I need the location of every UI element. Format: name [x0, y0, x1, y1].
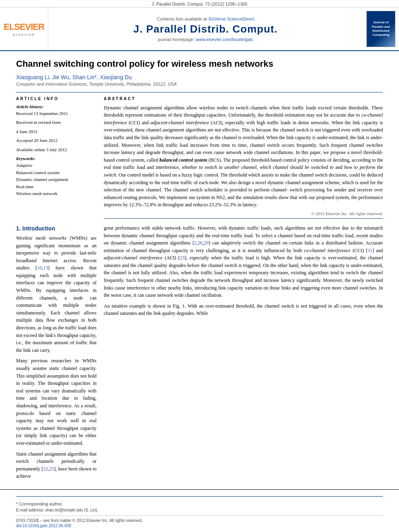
section1-para2: Many previous researches in WMNs usually… — [16, 357, 97, 447]
abstract-text: Dynamic channel assignment algorithms al… — [104, 104, 383, 209]
received2: Received in revised form — [16, 119, 97, 126]
corresponding-author-note: * Corresponding author. — [16, 501, 63, 506]
keyword-realtime: Real-time — [16, 183, 97, 191]
elsevier-sub: ELSEVIER — [13, 33, 35, 37]
section1-title: 1. Introduction — [16, 225, 97, 232]
ref-22[interactable]: 22 — [43, 466, 48, 472]
affiliation: Computer and Information Sciences, Templ… — [16, 82, 383, 86]
ref-31[interactable]: 31 — [368, 248, 372, 253]
journal-homepage: journal homepage: www.elsevier.com/locat… — [158, 37, 253, 42]
keyword-balanced: Balanced control system — [16, 169, 97, 177]
abstract-header: ABSTRACT — [104, 97, 383, 101]
article-info-col: ARTICLE INFO Article history: Received 1… — [16, 97, 97, 219]
doi-link[interactable]: doi:10.1016/j.jpdc.2012.06.008 — [16, 524, 71, 528]
journal-homepage-link[interactable]: www.elsevier.com/locate/jpdc — [196, 37, 253, 42]
keyword-wmn: Wireless mesh network — [16, 190, 97, 197]
ref-10[interactable]: 10 — [37, 265, 42, 271]
elsevier-logo-area: ELSEVIER ELSEVIER — [0, 8, 48, 50]
keywords-label: Keywords: — [16, 156, 97, 161]
ref-26[interactable]: 26 — [198, 240, 203, 246]
footnote-divider — [16, 496, 383, 497]
page: J. Parallel Distrib. Comput. 72 (2012) 1… — [0, 0, 399, 532]
footnote-issn: 0743-7315/$ – see front matter © 2012 El… — [16, 518, 383, 523]
footnote-doi: doi:10.1016/j.jpdc.2012.06.008 — [16, 524, 383, 528]
journal-header: ELSEVIER ELSEVIER Contents lists availab… — [0, 8, 399, 51]
ref-23[interactable]: 23 — [180, 255, 185, 261]
section1-para3: Static channel assignment algorithms tha… — [16, 450, 97, 480]
elsevier-logo: ELSEVIER — [4, 22, 44, 32]
available-online: Available online 3 July 2012 — [16, 146, 97, 153]
ref-13[interactable]: 13 — [43, 265, 48, 271]
main-content: Channel switching control policy for wir… — [0, 51, 399, 489]
footnote-email: E-mail address: shan.lin@temple.edu (S. … — [16, 508, 383, 512]
cover-title: Journal ofParallel andDistributedComputi… — [372, 21, 390, 37]
copyright: © 2012 Elsevier Inc. All rights reserved… — [104, 211, 383, 219]
section1-right-para1: great performance with stable network tr… — [104, 224, 383, 299]
section1-right: great performance with stable network tr… — [104, 224, 383, 483]
keyword-dynamic: Dynamic channel assignment — [16, 176, 97, 183]
section1: 1. Introduction Wireless mesh networks (… — [16, 224, 383, 483]
received1: Received 13 September 2011 — [16, 110, 97, 117]
footnote-star: * Corresponding author. — [16, 501, 383, 507]
section1-right-para2: An intuitive example is shown in Fig. 1.… — [104, 302, 383, 317]
sciverse-line: Contents lists available at SciVerse Sci… — [157, 16, 254, 21]
article-info-header: ARTICLE INFO — [16, 97, 97, 101]
ref-29[interactable]: 29 — [204, 240, 209, 246]
article-info-abstract-section: ARTICLE INFO Article history: Received 1… — [16, 92, 383, 219]
accepted: Accepted 20 June 2012 — [16, 137, 97, 144]
section1-left: 1. Introduction Wireless mesh networks (… — [16, 224, 97, 483]
journal-cover-image: Journal ofParallel andDistributedComputi… — [366, 11, 395, 47]
received2-date: 4 June 2012 — [16, 128, 97, 135]
ref-25[interactable]: 25 — [49, 466, 54, 472]
bottom-bar: * Corresponding author. E-mail address: … — [0, 489, 399, 532]
journal-citation-text: J. Parallel Distrib. Comput. 72 (2012) 1… — [152, 2, 247, 6]
authors: Xiaoguang Li, Jie Wu, Shan Lin*, Xiaojia… — [16, 74, 383, 80]
section1-para1: Wireless mesh networks (WMNs) are gainin… — [16, 234, 97, 354]
keyword-adaptive: Adaptive — [16, 162, 97, 169]
journal-title-big: J. Parallel Distrib. Comput. — [134, 23, 278, 35]
journal-citation-bar: J. Parallel Distrib. Comput. 72 (2012) 1… — [0, 0, 399, 8]
abstract-col: ABSTRACT Dynamic channel assignment algo… — [104, 97, 383, 219]
history-label: Article history: — [16, 104, 97, 109]
ref-2[interactable]: 2 — [194, 240, 197, 246]
paper-title: Channel switching control policy for wir… — [16, 58, 383, 70]
journal-cover-area: Journal ofParallel andDistributedComputi… — [363, 8, 399, 50]
journal-title-area: Contents lists available at SciVerse Sci… — [48, 8, 363, 50]
sciverse-link[interactable]: SciVerse ScienceDirect — [208, 16, 254, 21]
